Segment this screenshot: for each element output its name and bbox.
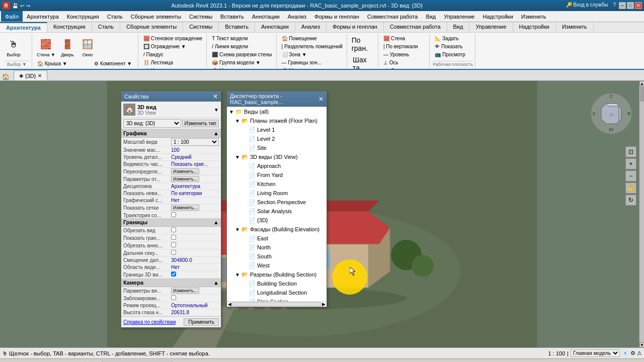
ribbon-btn-set-task[interactable]: 📐 Задать (433, 35, 460, 42)
tree-west[interactable]: 📄 West (227, 261, 327, 270)
tree-east[interactable]: 📄 East (227, 234, 327, 243)
ribbon-btn-show[interactable]: 👁 Показать (433, 43, 464, 50)
tree-container[interactable]: ▼ 📁 Виды (all) ▼ 📂 Планы этажей (Floor P… (227, 107, 327, 301)
prop-cropview-check[interactable] (171, 227, 176, 232)
ribbon-btn-wallfence[interactable]: 🧱 Стеновое ограждение (141, 35, 204, 42)
ribbon-btn-hearing-room[interactable]: 🔊 Слуховое окно (381, 67, 427, 69)
view-selector[interactable]: 3D вид: {3D} (123, 119, 181, 128)
tree-level1[interactable]: 📄 Level 1 (227, 125, 327, 134)
help-properties-link[interactable]: Справка по свойствам (123, 319, 176, 325)
tree-section-perspective[interactable]: 📄 Section Perspective (227, 198, 327, 207)
menu-collaborate[interactable]: Совместная работа (363, 11, 422, 22)
change-type-btn[interactable]: Изменить тип (182, 120, 219, 127)
right-scrollbar[interactable]: ▲ ▼ (639, 81, 644, 347)
help-btn[interactable]: ? (611, 2, 618, 9)
menu-construction[interactable]: Конструкция (63, 11, 103, 22)
tab-addins[interactable]: Надстройки (513, 22, 556, 32)
rotate-btn[interactable]: ↻ (625, 195, 636, 206)
zoom-in-btn[interactable]: + (625, 158, 636, 169)
viewcube[interactable]: С Ю З В ⌂ (589, 91, 634, 136)
prop-sunpath-check[interactable] (171, 212, 176, 217)
prop-filter-btn[interactable]: Изменить... (171, 176, 199, 182)
tab-view[interactable]: Вид (447, 22, 470, 32)
tree-expand-floor-plans[interactable]: ▼ (234, 118, 241, 124)
tree-expand-3d-views[interactable]: ▼ (234, 154, 241, 160)
tab-systems[interactable]: Системы (183, 22, 219, 32)
ribbon-btn-component[interactable]: ⚙ Компонент ▼ (92, 60, 134, 67)
pan-btn[interactable]: ✋ (625, 183, 636, 194)
apply-btn[interactable]: Применить (184, 318, 219, 326)
ribbon-btn-level2[interactable]: — Уровень (381, 51, 411, 58)
ribbon-btn-column[interactable]: | Колонна ▼ (92, 68, 134, 69)
tab-massing[interactable]: Формы и генплан (327, 22, 384, 32)
menu-precast[interactable]: Сборные элементы (127, 11, 185, 22)
zoom-to-fit-btn[interactable]: ⊡ (625, 146, 636, 157)
tab-annotations[interactable]: Аннотации (255, 22, 295, 32)
camera-section-header[interactable]: Камера ▲ (121, 279, 221, 287)
ribbon-btn-room-separator[interactable]: | Разделитель помещений (280, 43, 345, 50)
menu-annotations[interactable]: Аннотации (248, 11, 284, 22)
menu-view[interactable]: Вид (422, 11, 440, 22)
tree-views-all[interactable]: ▼ 📁 Виды (all) (227, 107, 327, 116)
ribbon-btn-stairs[interactable]: 🪜 Лестница (141, 59, 175, 66)
ribbon-btn-wall[interactable]: 🧱 Стена ▼ (35, 35, 57, 59)
tree-hscrollbar[interactable]: ◀ ▶ (227, 301, 327, 307)
prop-locked-check[interactable] (171, 295, 176, 300)
prop-cropanno-check[interactable] (171, 242, 176, 247)
tree-kitchen[interactable]: 📄 Kitchen (227, 179, 327, 189)
maximize-btn[interactable]: □ (627, 2, 634, 9)
ribbon-btn-room-mark[interactable]: 📍 Марка помещения (210, 67, 265, 69)
quick-access-undo[interactable]: ↩ (20, 3, 24, 9)
menu-manage[interactable]: Управление (440, 11, 478, 22)
quick-access-redo[interactable]: ↪ (26, 3, 30, 9)
tab-insert[interactable]: Вставить (219, 22, 255, 32)
tab-steel[interactable]: Сталь (92, 22, 120, 32)
graphics-section-header[interactable]: Графика ▲ (121, 129, 221, 138)
tree-expand-views-all[interactable]: ▼ (228, 109, 235, 115)
tab-manage[interactable]: Управление (469, 22, 513, 32)
tab-modify[interactable]: Изменить (556, 22, 594, 32)
menu-systems[interactable]: Системы (185, 11, 216, 22)
quick-access-save[interactable]: 💾 (12, 3, 18, 9)
prop-farclip-check[interactable] (171, 250, 176, 255)
ribbon-btn-viewer[interactable]: 📺 Просмотр (433, 51, 467, 58)
menu-file[interactable]: Файл (1, 11, 23, 22)
tree-living-room[interactable]: 📄 Living Room (227, 189, 327, 198)
model-selector[interactable]: Главная модель (571, 349, 620, 357)
boundaries-section-header[interactable]: Границы ▲ (121, 218, 221, 227)
menu-addins[interactable]: Надстройки (478, 11, 517, 22)
tree-south[interactable]: 📄 South (227, 252, 327, 261)
ribbon-btn-line-model[interactable]: / Линия модели (210, 43, 250, 50)
prop-cropbound-check[interactable] (171, 235, 176, 240)
ribbon-btn-by-face[interactable]: Погран. (350, 35, 369, 54)
menu-steel[interactable]: Сталь (103, 11, 127, 22)
tab-construction[interactable]: Конструкция (47, 22, 92, 32)
view-tab-3d[interactable]: ◈ {3D} ✕ (14, 70, 47, 80)
minimize-btn[interactable]: ─ (619, 2, 626, 9)
ribbon-btn-opening[interactable]: ⬜ Импост (141, 67, 170, 69)
menu-massing[interactable]: Формы и генплан (310, 11, 363, 22)
ribbon-btn-wall2[interactable]: 🧱 Стена (381, 35, 407, 42)
ribbon-btn-ramp[interactable]: / Пандус (141, 51, 166, 58)
menu-architecture[interactable]: Архитектура (23, 11, 63, 22)
menu-analysis[interactable]: Анализ (284, 11, 310, 22)
ribbon-btn-shaft[interactable]: Шахта (350, 54, 369, 69)
tree-3d-views[interactable]: ▼ 📂 3D виды (3D View) (227, 152, 327, 161)
login-btn[interactable]: 🔑 Вход в службы (564, 2, 610, 9)
view-tab-close-btn[interactable]: ✕ (38, 73, 42, 78)
type-dropdown-btn[interactable]: ▼ (214, 107, 219, 113)
menu-insert[interactable]: Вставить (216, 11, 248, 22)
zoom-out-btn[interactable]: − (625, 170, 636, 182)
properties-close-btn[interactable]: ✕ (213, 93, 218, 100)
close-btn[interactable]: ✕ (635, 2, 642, 9)
tree-expand-bldg-sections[interactable]: ▼ (234, 272, 241, 278)
tree-longitudinal[interactable]: 📄 Longitudinal Section (227, 288, 327, 297)
tree-expand-elevations[interactable]: ▼ (234, 227, 241, 232)
tree-level2[interactable]: 📄 Level 2 (227, 134, 327, 143)
tab-collaborate[interactable]: Совместная работа (384, 22, 447, 32)
tree-scroll-right[interactable]: ▶ (321, 302, 327, 307)
prop-viewparams-btn[interactable]: Изменить... (171, 288, 199, 294)
menu-modify[interactable]: Изменить (517, 11, 550, 22)
ribbon-btn-area[interactable]: ⬜ Зона ▼ (280, 51, 309, 58)
prop-grid-btn[interactable]: Изменить... (171, 205, 199, 211)
